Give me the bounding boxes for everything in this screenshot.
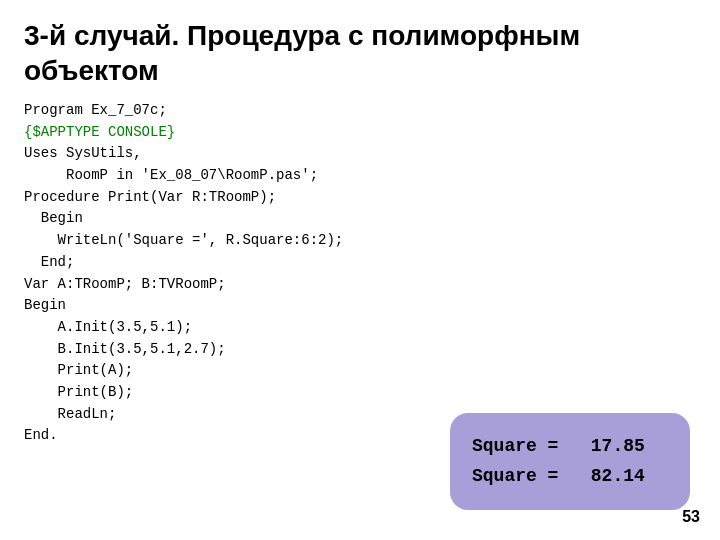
code-line-4: RoomP in 'Ex_08_07\RoomP.pas';: [24, 165, 696, 187]
output-box: Square = 17.85 Square = 82.14: [450, 413, 690, 510]
code-line-9: Var A:TRoomP; B:TVRoomP;: [24, 274, 696, 296]
code-line-3: Uses SysUtils,: [24, 143, 696, 165]
code-line-13: Print(A);: [24, 360, 696, 382]
code-line-2: {$APPTYPE CONSOLE}: [24, 122, 696, 144]
code-line-12: B.Init(3.5,5.1,2.7);: [24, 339, 696, 361]
code-line-10: Begin: [24, 295, 696, 317]
code-line-14: Print(B);: [24, 382, 696, 404]
slide-container: 3-й случай. Процедура с полиморфным объе…: [0, 0, 720, 540]
code-line-5: Procedure Print(Var R:TRoomP);: [24, 187, 696, 209]
slide-title: 3-й случай. Процедура с полиморфным объе…: [24, 18, 696, 88]
code-line-1: Program Ex_7_07c;: [24, 100, 696, 122]
code-block: Program Ex_7_07c; {$APPTYPE CONSOLE} Use…: [24, 100, 696, 447]
output-line-2: Square = 82.14: [472, 461, 668, 492]
code-line-8: End;: [24, 252, 696, 274]
output-line-1: Square = 17.85: [472, 431, 668, 462]
code-line-6: Begin: [24, 208, 696, 230]
slide-number: 53: [682, 508, 700, 526]
code-line-11: A.Init(3.5,5.1);: [24, 317, 696, 339]
code-line-7: WriteLn('Square =', R.Square:6:2);: [24, 230, 696, 252]
